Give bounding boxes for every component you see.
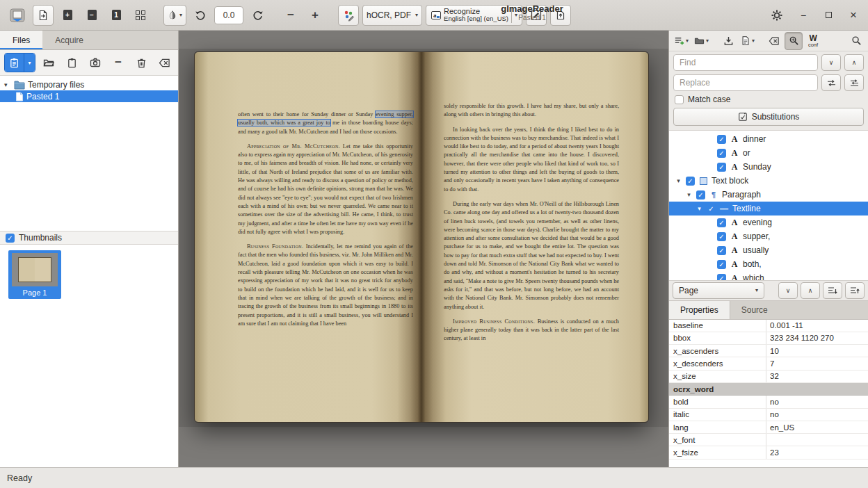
property-row[interactable]: langen_US bbox=[669, 421, 868, 434]
hocr-tree-row[interactable]: ✓Aevening bbox=[669, 215, 868, 229]
grid-icon bbox=[136, 10, 145, 20]
property-row[interactable]: x_fsize23 bbox=[669, 446, 868, 459]
find-next-button[interactable]: ∨ bbox=[821, 54, 841, 71]
rotate-right-button[interactable] bbox=[247, 5, 268, 26]
tab-properties[interactable]: Properties bbox=[669, 301, 730, 319]
minimize-button[interactable]: − bbox=[794, 6, 812, 24]
visibility-checkbox[interactable]: ✓ bbox=[717, 246, 726, 255]
visibility-checkbox[interactable]: ✓ bbox=[707, 204, 716, 213]
hocr-tree-row[interactable]: ✓Adinner bbox=[669, 132, 868, 146]
visibility-checkbox[interactable]: ✓ bbox=[717, 149, 726, 158]
image-canvas[interactable]: often went to their home for Sunday dinn… bbox=[179, 31, 668, 467]
book-paragraph: During the early war days when Mr. O'Nei… bbox=[444, 200, 619, 311]
find-replace-toggle[interactable] bbox=[785, 32, 803, 50]
visibility-checkbox[interactable]: ✓ bbox=[717, 274, 726, 280]
visibility-checkbox[interactable]: ✓ bbox=[717, 218, 726, 227]
paste-split-button[interactable]: ▾ bbox=[4, 53, 35, 72]
sources-tabs: Files Acquire bbox=[0, 31, 178, 50]
visibility-checkbox[interactable]: ✓ bbox=[717, 232, 726, 241]
maximize-button[interactable] bbox=[819, 6, 837, 24]
tab-acquire[interactable]: Acquire bbox=[42, 31, 96, 49]
save-output-button[interactable] bbox=[719, 32, 737, 50]
expander-icon[interactable]: ▾ bbox=[4, 81, 11, 88]
property-row[interactable]: ocrx_word bbox=[669, 383, 868, 396]
page-layout-button[interactable] bbox=[130, 5, 151, 26]
visibility-checkbox[interactable]: ✓ bbox=[717, 135, 726, 144]
open-output-button[interactable]: ▾ bbox=[692, 32, 711, 50]
thumbnail-page-1[interactable]: Page 1 bbox=[8, 250, 61, 299]
close-button[interactable]: × bbox=[844, 6, 862, 24]
replace-all-button[interactable] bbox=[844, 74, 864, 91]
hocr-tree-row[interactable]: ✓Awhich bbox=[669, 271, 868, 280]
property-row[interactable]: x_font bbox=[669, 434, 868, 446]
visibility-checkbox[interactable]: ✓ bbox=[717, 260, 726, 269]
tab-files[interactable]: Files bbox=[0, 31, 42, 49]
page-add-button[interactable]: + bbox=[57, 5, 78, 26]
rotate-left-button[interactable] bbox=[190, 5, 211, 26]
ocr-mode-combo[interactable]: hOCR, PDF ▾ bbox=[362, 5, 422, 26]
hocr-tree-row[interactable]: ▾✓—Textline bbox=[669, 202, 868, 215]
page-remove-button[interactable]: − bbox=[81, 5, 102, 26]
zoom-in-button[interactable]: + bbox=[305, 5, 326, 26]
collapse-all-button[interactable] bbox=[845, 282, 865, 299]
expand-all-button[interactable] bbox=[823, 282, 842, 299]
tree-item-pasted[interactable]: Pasted 1 bbox=[0, 90, 178, 102]
expander-icon[interactable]: ▾ bbox=[675, 177, 682, 184]
visibility-checkbox[interactable]: ✓ bbox=[686, 177, 695, 186]
clear-sources-button[interactable] bbox=[155, 54, 174, 72]
clear-output-button[interactable] bbox=[765, 32, 783, 50]
hocr-tree-row[interactable]: ✓Aor bbox=[669, 146, 868, 160]
expander-icon[interactable]: ▾ bbox=[685, 191, 693, 198]
paste-dropdown[interactable]: ▾ bbox=[24, 54, 35, 72]
page-number-button[interactable]: 1 bbox=[106, 5, 127, 26]
export-output-button[interactable]: ▾ bbox=[739, 32, 757, 50]
book-page-left: often went to their home for Sunday dinn… bbox=[195, 52, 421, 422]
confidence-toggle[interactable]: W conf bbox=[804, 32, 822, 50]
chevron-down-icon: ▾ bbox=[755, 287, 758, 293]
tab-source[interactable]: Source bbox=[730, 301, 779, 319]
property-row[interactable]: italicno bbox=[669, 409, 868, 421]
manage-languages-button[interactable] bbox=[338, 5, 359, 26]
clipboard-button[interactable] bbox=[63, 54, 81, 72]
word-icon: A bbox=[730, 218, 739, 228]
property-row[interactable]: x_ascenders10 bbox=[669, 345, 868, 357]
hocr-tree-row[interactable]: ▾✓Text block bbox=[669, 174, 868, 188]
rotate-angle-input[interactable]: 0.0 bbox=[214, 6, 243, 24]
property-key: baseline bbox=[669, 320, 766, 332]
tree-root-temporary-files[interactable]: ▾ Temporary files bbox=[0, 79, 178, 90]
insert-mode-button[interactable]: ▾ bbox=[672, 32, 691, 50]
property-row[interactable]: baseline0.001 -11 bbox=[669, 320, 868, 332]
property-row[interactable]: boldno bbox=[669, 396, 868, 408]
image-filter-dropdown[interactable]: ▾ bbox=[163, 5, 186, 26]
replace-button[interactable] bbox=[821, 74, 841, 91]
prev-item-button[interactable]: ∧ bbox=[801, 282, 820, 299]
next-item-button[interactable]: ∨ bbox=[778, 282, 798, 299]
zoom-out-button[interactable]: − bbox=[280, 5, 301, 26]
replace-input[interactable] bbox=[673, 74, 818, 91]
property-row[interactable]: bbox323 234 1120 270 bbox=[669, 332, 868, 345]
settings-button[interactable] bbox=[766, 5, 787, 26]
find-prev-button[interactable]: ∧ bbox=[844, 54, 864, 71]
remove-source-button[interactable]: − bbox=[108, 54, 127, 72]
thumbnails-checkbox[interactable]: ✓ bbox=[6, 234, 15, 243]
visibility-checkbox[interactable]: ✓ bbox=[696, 190, 705, 200]
hocr-tree-row[interactable]: ✓Ausually bbox=[669, 243, 868, 257]
property-row[interactable]: x_size32 bbox=[669, 371, 868, 383]
visibility-checkbox[interactable]: ✓ bbox=[717, 163, 726, 172]
hocr-tree-row[interactable]: ✓Aboth, bbox=[669, 257, 868, 271]
open-files-button[interactable] bbox=[40, 54, 58, 72]
paste-button[interactable] bbox=[5, 54, 24, 72]
delete-source-button[interactable] bbox=[132, 54, 151, 72]
screenshot-button[interactable] bbox=[86, 54, 104, 72]
page-controls-button[interactable] bbox=[33, 5, 54, 26]
substitutions-button[interactable]: Substitutions bbox=[673, 108, 864, 126]
hocr-tree-row[interactable]: ▾✓¶Paragraph bbox=[669, 188, 868, 202]
hocr-tree-row[interactable]: ✓ASunday bbox=[669, 160, 868, 174]
page-selector-combo[interactable]: Page ▾ bbox=[673, 282, 764, 299]
find-input[interactable] bbox=[673, 54, 818, 71]
expander-icon[interactable]: ▾ bbox=[696, 205, 703, 212]
preview-toggle[interactable] bbox=[847, 32, 865, 50]
property-row[interactable]: x_descenders7 bbox=[669, 357, 868, 370]
hocr-tree-row[interactable]: ✓Asupper, bbox=[669, 229, 868, 243]
match-case-checkbox[interactable] bbox=[675, 95, 684, 104]
